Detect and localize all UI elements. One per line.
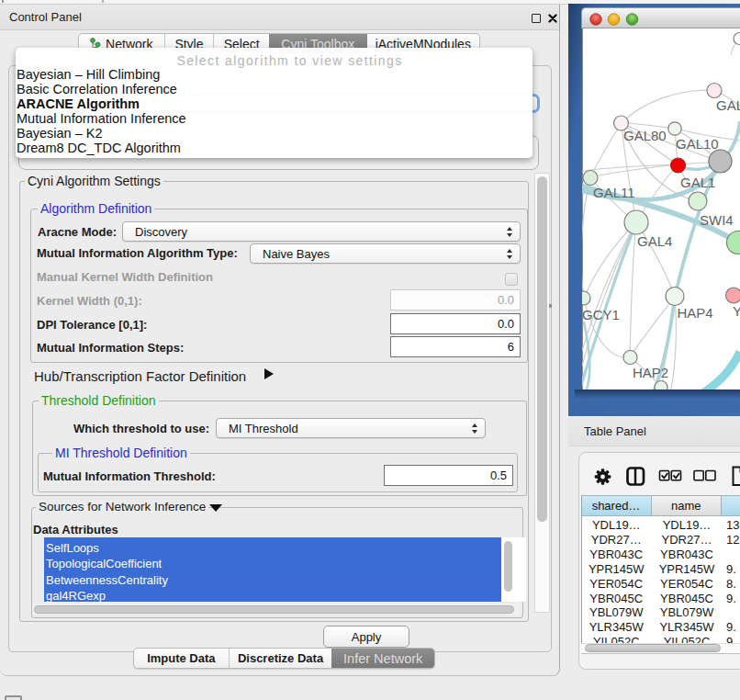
- svg-text:GAL1: GAL1: [680, 175, 715, 190]
- svg-text:GAL10: GAL10: [676, 136, 719, 152]
- svg-text:GAL80: GAL80: [623, 128, 667, 143]
- svg-text:GAL4: GAL4: [637, 233, 672, 249]
- svg-text:GAL11: GAL11: [593, 185, 635, 200]
- svg-text:SWI4: SWI4: [700, 212, 734, 228]
- svg-text:HAP2: HAP2: [633, 365, 668, 380]
- svg-text:GCY1: GCY1: [582, 307, 620, 322]
- svg-text:Y: Y: [733, 303, 740, 319]
- svg-text:HAP4: HAP4: [678, 305, 713, 321]
- svg-text:GAL7: GAL7: [716, 97, 740, 113]
